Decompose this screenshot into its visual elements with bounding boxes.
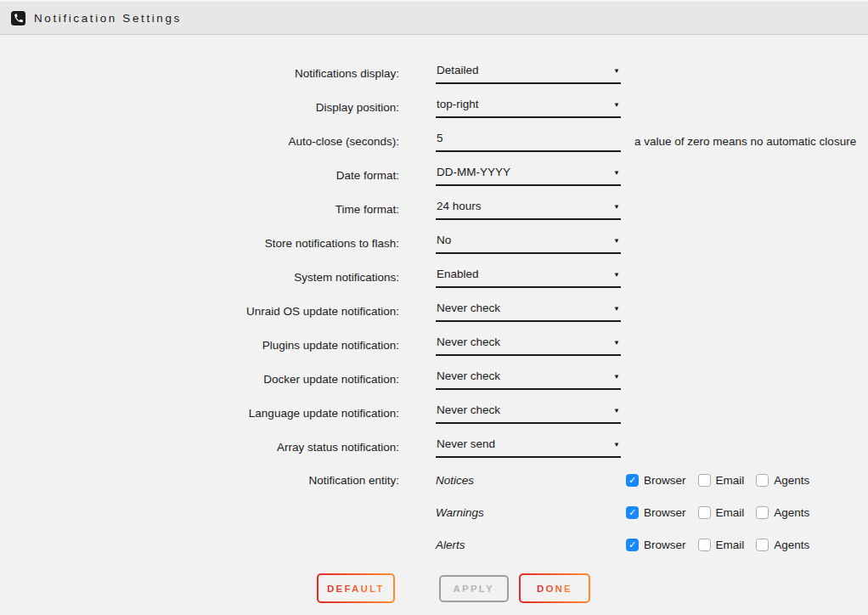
check-icon: ✓ xyxy=(628,507,636,516)
system-notifications-select[interactable]: Enabled ▼ xyxy=(436,266,621,288)
display-position-select[interactable]: top-right ▼ xyxy=(436,96,621,118)
checkbox-label: Email xyxy=(716,506,745,519)
field-label: Unraid OS update notification: xyxy=(0,305,399,318)
settings-form: Notifications display: Detailed ▼ Displa… xyxy=(0,35,868,603)
unraid-os-update-select[interactable]: Never check ▼ xyxy=(436,300,621,322)
checkbox-group: ✓ Browser ✓ Email ✓ Agents xyxy=(626,474,821,487)
notification-icon xyxy=(11,11,25,25)
checkbox[interactable]: ✓ xyxy=(756,506,769,519)
dropdown-arrow-icon: ▼ xyxy=(613,238,620,245)
dropdown-arrow-icon: ▼ xyxy=(613,306,620,313)
checkbox[interactable]: ✓ xyxy=(698,506,711,519)
auto-close-input[interactable] xyxy=(436,130,621,152)
form-row: Notifications display: Detailed ▼ xyxy=(0,56,868,90)
field-label: Time format: xyxy=(0,203,399,216)
select-value: Never check xyxy=(437,302,500,314)
checkbox-alerts-email[interactable]: ✓ Email xyxy=(698,539,745,551)
entity-row-alerts: Alerts ✓ Browser ✓ Email ✓ Agents xyxy=(0,528,868,561)
checkbox-warnings-browser[interactable]: ✓ Browser xyxy=(626,506,686,519)
entity-name: Warnings xyxy=(436,506,626,519)
date-format-select[interactable]: DD-MM-YYYY ▼ xyxy=(436,164,621,186)
field-label: Docker update notification: xyxy=(0,373,399,386)
checkbox-label: Browser xyxy=(644,474,686,487)
checkbox-notices-browser[interactable]: ✓ Browser xyxy=(626,474,686,487)
form-row: Language update notification: Never chec… xyxy=(0,396,868,430)
select-value: Never check xyxy=(437,403,500,416)
apply-button[interactable]: APPLY xyxy=(439,575,509,602)
select-value: 24 hours xyxy=(437,200,482,212)
page-title: Notification Settings xyxy=(34,12,182,25)
checkbox-alerts-agents[interactable]: ✓ Agents xyxy=(756,539,809,551)
checkbox-label: Browser xyxy=(644,539,686,551)
form-row: Store notifications to flash: No ▼ xyxy=(0,226,868,260)
button-row: DEFAULT APPLY DONE xyxy=(0,573,868,603)
checkbox[interactable]: ✓ xyxy=(698,474,711,487)
time-format-select[interactable]: 24 hours ▼ xyxy=(436,198,621,220)
form-row: Date format: DD-MM-YYYY ▼ xyxy=(0,158,868,192)
select-value: Never check xyxy=(437,336,500,348)
field-label: System notifications: xyxy=(0,271,399,284)
form-row: Display position: top-right ▼ xyxy=(0,90,868,124)
form-row: Auto-close (seconds): a value of zero me… xyxy=(0,124,868,158)
check-icon: ✓ xyxy=(628,475,636,484)
checkbox-warnings-email[interactable]: ✓ Email xyxy=(698,506,745,519)
checkbox-label: Browser xyxy=(644,506,686,519)
select-value: Never send xyxy=(437,437,495,450)
select-value: No xyxy=(437,234,451,246)
field-label: Plugins update notification: xyxy=(0,339,399,352)
form-row: Plugins update notification: Never check… xyxy=(0,328,868,362)
store-notifications-select[interactable]: No ▼ xyxy=(436,232,621,254)
checkbox[interactable]: ✓ xyxy=(756,539,769,551)
checkbox-label: Agents xyxy=(774,474,809,487)
dropdown-arrow-icon: ▼ xyxy=(613,442,620,449)
checkbox-label: Email xyxy=(716,539,745,551)
checkbox-warnings-agents[interactable]: ✓ Agents xyxy=(756,506,809,519)
form-row: Time format: 24 hours ▼ xyxy=(0,192,868,226)
dropdown-arrow-icon: ▼ xyxy=(613,102,620,109)
check-icon: ✓ xyxy=(628,539,636,549)
default-button[interactable]: DEFAULT xyxy=(317,573,395,603)
notifications-display-select[interactable]: Detailed ▼ xyxy=(436,62,621,84)
form-row: Unraid OS update notification: Never che… xyxy=(0,294,868,328)
checkbox-label: Email xyxy=(716,474,745,487)
dropdown-arrow-icon: ▼ xyxy=(613,408,620,415)
select-value: DD-MM-YYYY xyxy=(437,166,510,178)
checkbox-notices-email[interactable]: ✓ Email xyxy=(698,474,745,487)
field-label: Array status notification: xyxy=(0,441,399,454)
dropdown-arrow-icon: ▼ xyxy=(613,204,620,211)
done-button[interactable]: DONE xyxy=(519,573,590,603)
checkbox[interactable]: ✓ xyxy=(626,474,639,487)
entity-name: Notices xyxy=(436,474,626,487)
entity-row-warnings: Warnings ✓ Browser ✓ Email ✓ Agents xyxy=(0,496,868,528)
checkbox[interactable]: ✓ xyxy=(626,539,639,551)
field-label: Notifications display: xyxy=(0,67,399,80)
checkbox[interactable]: ✓ xyxy=(626,506,639,519)
checkbox-notices-agents[interactable]: ✓ Agents xyxy=(756,474,809,487)
checkbox[interactable]: ✓ xyxy=(756,474,769,487)
notification-settings-page: Notification Settings Notifications disp… xyxy=(0,0,868,615)
select-value: Enabled xyxy=(437,268,479,280)
dropdown-arrow-icon: ▼ xyxy=(613,68,620,75)
checkbox-alerts-browser[interactable]: ✓ Browser xyxy=(626,539,686,551)
language-update-select[interactable]: Never check ▼ xyxy=(436,402,621,424)
field-label: Store notifications to flash: xyxy=(0,237,399,250)
select-value: Detailed xyxy=(437,64,479,76)
checkbox-label: Agents xyxy=(774,539,809,551)
form-row: System notifications: Enabled ▼ xyxy=(0,260,868,294)
checkbox-group: ✓ Browser ✓ Email ✓ Agents xyxy=(626,539,821,551)
plugins-update-select[interactable]: Never check ▼ xyxy=(436,334,621,356)
docker-update-select[interactable]: Never check ▼ xyxy=(436,368,621,390)
checkbox[interactable]: ✓ xyxy=(698,539,711,551)
form-row: Docker update notification: Never check … xyxy=(0,362,868,396)
field-label: Notification entity: xyxy=(0,474,399,487)
field-label: Date format: xyxy=(0,169,399,182)
select-value: top-right xyxy=(437,98,479,110)
select-value: Never check xyxy=(437,370,500,382)
dropdown-arrow-icon: ▼ xyxy=(613,170,620,177)
field-label: Language update notification: xyxy=(0,407,399,420)
checkbox-group: ✓ Browser ✓ Email ✓ Agents xyxy=(626,506,821,519)
array-status-select[interactable]: Never send ▼ xyxy=(436,436,621,458)
checkbox-label: Agents xyxy=(774,506,809,519)
page-header: Notification Settings xyxy=(0,0,868,35)
entity-name: Alerts xyxy=(436,539,626,551)
